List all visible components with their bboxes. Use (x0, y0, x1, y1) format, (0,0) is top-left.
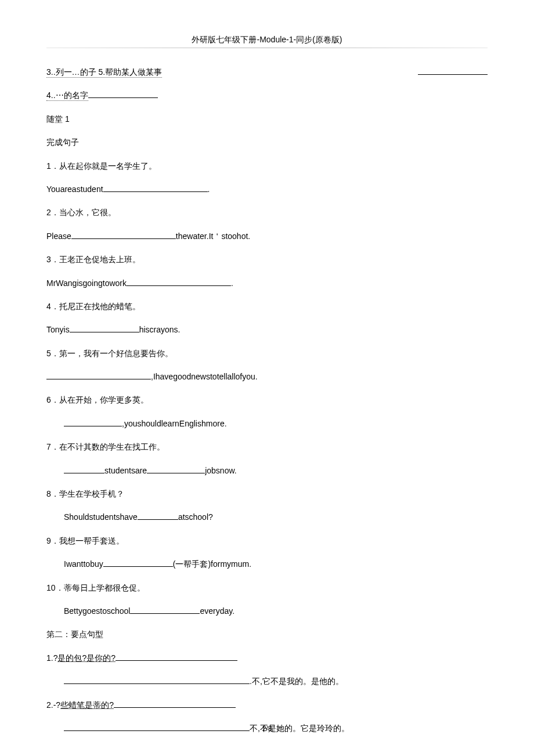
q4-en-b: hiscrayons. (139, 325, 181, 334)
vocab-item-3: 3..列一…的子 5.帮助某人做某事 (46, 66, 488, 78)
q6-en-b: ,youshouldlearnEnglishmore. (122, 419, 227, 428)
s2-q1-ans: .不,它不是我的。是他的。 (250, 677, 344, 686)
q9-english: Iwanttobuy(一帮手套)formymum. (46, 558, 488, 570)
q7-blank-1 (64, 465, 104, 473)
q3-chinese: 3．王老正仓促地去上班。 (46, 253, 488, 266)
q3-en-a: MrWangisgoingtowork (46, 278, 127, 288)
s2-q1-b: 是的包?是你的? (57, 653, 116, 663)
section-1-title: 随堂 1 (46, 113, 488, 125)
s2-q1-blank-top (116, 653, 237, 661)
q6-blank (64, 418, 122, 426)
q4-chinese: 4．托尼正在找他的蜡笔。 (46, 300, 488, 313)
q6-english: ,youshouldlearnEnglishmore. (46, 417, 488, 430)
q3-english: MrWangisgoingtowork. (46, 277, 488, 290)
s2-q1-line2: .不,它不是我的。是他的。 (46, 675, 488, 688)
q9-en-a: Iwanttobuy (64, 559, 103, 569)
q8-en-b: atschool? (178, 512, 213, 522)
section-2-title: 第二：要点句型 (46, 628, 488, 641)
q2-english: Pleasethewater.It＇stoohot. (46, 230, 488, 243)
vocab-3-blank (418, 67, 488, 75)
q8-chinese: 8．学生在学校手机？ (46, 487, 488, 500)
q5-en-b: ,Ihavegoodnewstotellallofyou. (151, 372, 258, 381)
q4-blank (70, 324, 139, 332)
q7-chinese: 7．在不计其数的学生在找工作。 (46, 440, 488, 453)
q3-en-b: . (231, 278, 233, 288)
vocab-4-blank (88, 90, 158, 98)
page-header-title: 外研版七年级下册-Module-1-同步(原卷版) (46, 35, 488, 45)
q1-en-b: . (208, 185, 210, 194)
q2-blank (71, 231, 176, 239)
q1-blank (103, 184, 208, 192)
q5-chinese: 5．第一，我有一个好信息要告你。 (46, 347, 488, 360)
s2-q2-line1: 2.-?些蜡笔是蒂的? (46, 699, 488, 711)
q5-english: ,Ihavegoodnewstotellallofyou. (46, 370, 488, 383)
q2-en-a: Please (46, 231, 71, 241)
q8-english: Shouldstudentshaveatschool? (46, 511, 488, 523)
header-divider (46, 48, 488, 48)
q10-en-b: everyday. (200, 606, 234, 616)
q10-english: Bettygoestoschooleveryday. (46, 605, 488, 617)
q9-blank (103, 559, 173, 567)
q6-chinese: 6．从在开始，你学更多英。 (46, 393, 488, 406)
q1-en-a: Youareastudent (46, 185, 103, 194)
q10-chinese: 10．蒂每日上学都很仓促。 (46, 581, 488, 594)
q4-en-a: Tonyis (46, 325, 70, 334)
s2-q1-blank-bottom (64, 676, 250, 684)
page-footer: 2/8 (0, 725, 534, 733)
q3-blank (127, 278, 231, 286)
vocab-3-text: 3..列一…的子 5.帮助某人做某事 (46, 67, 162, 78)
section-1-subtitle: 完成句子 (46, 136, 488, 149)
q2-chinese: 2．当心水，它很。 (46, 206, 488, 219)
q1-english: Youareastudent. (46, 183, 488, 196)
q5-blank (46, 371, 151, 379)
q7-en-b: studentsare (104, 466, 147, 475)
q1-chinese: 1．从在起你就是一名学生了。 (46, 160, 488, 172)
page-number: 2/8 (262, 725, 272, 733)
q7-blank-2 (147, 465, 205, 473)
q10-blank (130, 606, 200, 614)
q8-en-a: Shouldstudentshave (64, 512, 138, 522)
s2-q2-b: 些蜡笔是蒂的? (60, 700, 114, 710)
q9-en-b: (一帮手套)formymum. (173, 559, 251, 569)
q9-chinese: 9．我想一帮手套送。 (46, 534, 488, 547)
s2-q1-line1: 1.?是的包?是你的? (46, 652, 488, 664)
q7-english: studentsarejobsnow. (46, 464, 488, 477)
s2-q2-a: 2.-? (46, 700, 60, 710)
s2-q2-blank-top (114, 700, 236, 708)
vocab-item-4: 4..⋯的名字 (46, 89, 488, 102)
q10-en-a: Bettygoestoschool (64, 606, 130, 616)
q4-english: Tonyishiscrayons. (46, 323, 488, 336)
q2-en-b: thewater.It＇stoohot. (176, 231, 250, 241)
s2-q1-a: 1.? (46, 653, 57, 663)
vocab-4-text: 4..⋯的名字 (46, 91, 88, 101)
page-container: 外研版七年级下册-Module-1-同步(原卷版) 3..列一…的子 5.帮助某… (0, 0, 534, 756)
q7-en-c: jobsnow. (205, 466, 236, 475)
q8-blank (138, 512, 178, 520)
